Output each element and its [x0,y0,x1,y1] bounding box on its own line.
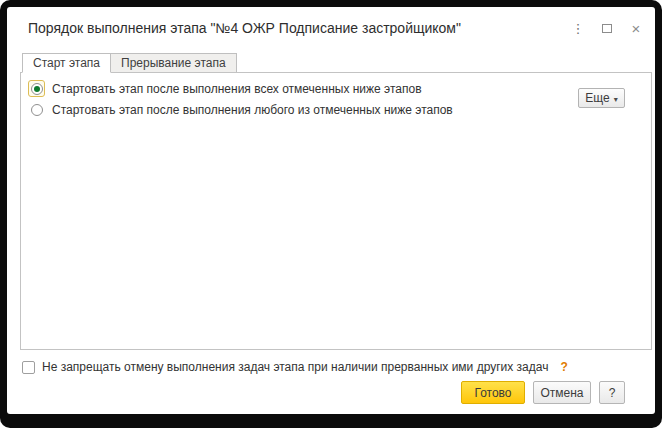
radio-start-after-any-label: Стартовать этап после выполнения любого … [52,103,453,117]
radio-selected-icon [31,83,43,95]
radio-unselected-wrap [28,101,45,118]
footer-buttons: Готово Отмена ? [7,381,625,404]
tab-start-stage[interactable]: Старт этапа [22,53,111,73]
more-button-label: Еще [585,91,609,105]
footer-checkbox-box[interactable] [22,361,35,374]
close-button[interactable]: × [628,19,644,37]
radio-start-after-all-label: Стартовать этап после выполнения всех от… [52,82,422,96]
tab-bar: Старт этапа Прерывание этапа [22,53,237,73]
done-button[interactable]: Готово [461,381,525,404]
window-controls: ⋮ × [570,19,644,37]
maximize-button[interactable] [599,19,615,37]
radio-unselected-icon [31,104,43,116]
chevron-down-icon: ▾ [614,94,618,103]
tab-interrupt-stage[interactable]: Прерывание этапа [111,53,237,73]
kebab-menu-icon: ⋮ [572,21,585,36]
dont-forbid-cancel-checkbox[interactable]: Не запрещать отмену выполнения задач эта… [22,360,568,374]
footer-checkbox-label: Не запрещать отмену выполнения задач эта… [42,360,548,374]
cancel-button[interactable]: Отмена [533,381,591,404]
help-link[interactable]: ? [560,360,567,374]
tab-panel: Стартовать этап после выполнения всех от… [20,72,652,350]
maximize-icon [602,24,612,33]
radio-start-after-any[interactable]: Стартовать этап после выполнения любого … [28,100,453,119]
dialog-title: Порядок выполнения этапа "№4 ОЖР Подписа… [28,20,461,36]
help-button[interactable]: ? [599,381,625,404]
close-icon: × [632,20,641,37]
radio-start-after-all[interactable]: Стартовать этап после выполнения всех от… [28,79,422,98]
dialog-window: Порядок выполнения этапа "№4 ОЖР Подписа… [7,7,655,414]
radio-focus-ring [28,80,45,97]
more-button[interactable]: Еще ▾ [578,88,625,108]
window-menu-button[interactable]: ⋮ [570,19,586,37]
